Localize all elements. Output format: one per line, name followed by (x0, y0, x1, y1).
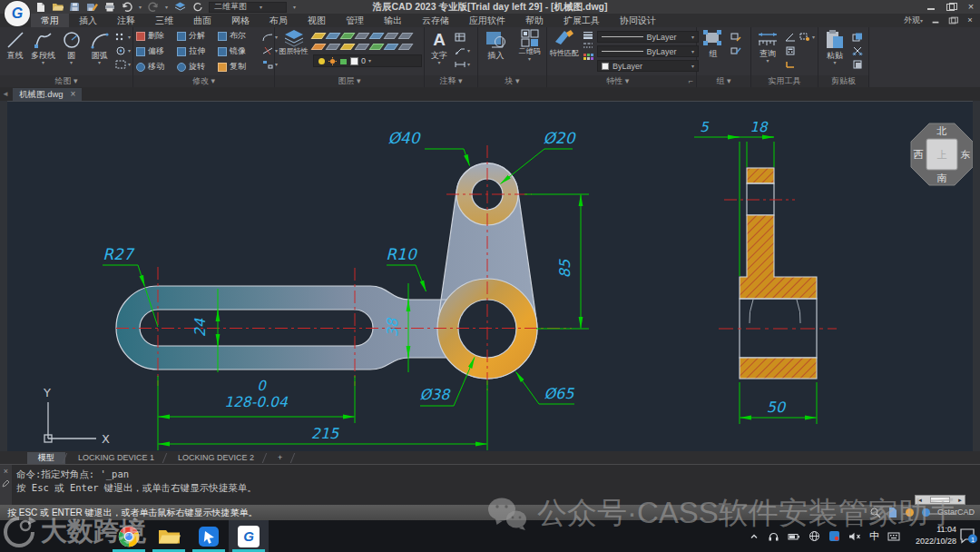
drawing-canvas[interactable]: Ø40 Ø20 R27 R10 85 24 38 0 128-0.04 215 … (7, 101, 973, 451)
restore-button[interactable] (946, 3, 956, 11)
panel-label-layers[interactable]: 图层 ▾ (275, 75, 424, 87)
menu-tab[interactable]: 注释 (107, 14, 145, 27)
refresh-icon[interactable] (192, 2, 202, 12)
command-history[interactable]: 命令:指定对角点: '_pan 按 Esc 或 Enter 键退出，或单击右键显… (16, 468, 971, 495)
undo-icon[interactable] (122, 2, 132, 12)
color-select[interactable]: ByLayer▾ (597, 60, 699, 72)
polyline-button[interactable]: 多段线▾ (31, 28, 55, 65)
layout-tab[interactable]: 模型 (27, 452, 65, 464)
audio-device-icon[interactable] (768, 531, 779, 542)
doc-close-button[interactable]: × (966, 17, 975, 25)
offset-button[interactable]: 偏移 (136, 45, 177, 57)
circle-button[interactable]: 圆▾ (59, 28, 83, 65)
gstarcad-taskbar-icon[interactable]: G (229, 520, 269, 552)
clock[interactable]: 11:04 2022/10/28 (916, 524, 956, 547)
tab-scroll-left-icon[interactable]: ◄ (2, 90, 9, 98)
cut-clip-button[interactable] (852, 44, 863, 56)
paste-button[interactable]: 粘贴▾ (821, 28, 848, 65)
rectangle-tool-button[interactable]: ▾ (115, 58, 131, 70)
linetype-select[interactable]: ByLayer▾ (597, 45, 699, 57)
color-grid-icon[interactable] (583, 53, 593, 61)
layer-select[interactable]: 0 ▾ (313, 54, 422, 67)
keyboard-layout-icon[interactable] (887, 531, 900, 542)
blue-status-icon[interactable] (921, 508, 931, 518)
explorer-taskbar-icon[interactable] (149, 520, 189, 552)
menu-tab[interactable]: 扩展工具 (554, 14, 610, 27)
menu-tab[interactable]: 输出 (374, 14, 412, 27)
horizontal-scrollbar[interactable]: ◄ ► (915, 495, 965, 505)
volume-muted-icon[interactable] (848, 531, 861, 542)
layer-properties-button[interactable]: 图层特性 (278, 28, 309, 56)
scroll-thumb[interactable] (930, 497, 950, 503)
donut-tool-button[interactable]: ▾ (115, 44, 131, 56)
menu-tab[interactable]: 常用 (31, 14, 69, 27)
lineweight-select[interactable]: ByLayer▾ (597, 31, 699, 43)
doc-minimize-button[interactable] (932, 17, 940, 25)
ungroup-button[interactable] (730, 31, 741, 43)
erase-button[interactable]: 删除 (136, 30, 177, 42)
menu-tab[interactable]: 协同设计 (610, 14, 666, 27)
layout-tab[interactable]: + (267, 452, 293, 464)
undo-caret-icon[interactable]: ▾ (139, 5, 142, 10)
open-folder-icon[interactable] (52, 2, 64, 12)
stretch-button[interactable]: 拉伸 (177, 45, 218, 57)
scroll-left-icon[interactable]: ◄ (917, 498, 923, 503)
linetype-list-icon[interactable] (583, 42, 593, 50)
redo-icon[interactable] (148, 2, 159, 12)
zoom-status-icon[interactable] (869, 507, 881, 518)
layer-tools[interactable] (313, 28, 422, 52)
layout-tab[interactable]: LOCKING DEVICE 1 (67, 452, 165, 464)
lineweight-list-icon[interactable] (583, 31, 593, 39)
minimize-button[interactable] (926, 3, 936, 11)
redo-caret-icon[interactable]: ▾ (165, 5, 168, 10)
paste-special-button[interactable] (852, 58, 863, 70)
mirror-button[interactable]: 镜像 (218, 45, 259, 57)
menu-tab[interactable]: 帮助 (515, 14, 554, 27)
group-edit-button[interactable] (730, 44, 741, 56)
menu-tab[interactable]: 插入 (69, 14, 107, 27)
id-point-button[interactable] (785, 58, 796, 70)
view-cube[interactable]: 北 南 西 东 上 (911, 123, 973, 185)
blue-app-taskbar-icon[interactable] (189, 520, 229, 552)
scroll-right-icon[interactable]: ► (957, 498, 963, 503)
network-globe-icon[interactable] (808, 530, 820, 542)
save-icon[interactable] (70, 2, 80, 12)
menu-tab[interactable]: 云存储 (412, 14, 459, 27)
arc-button[interactable]: 圆弧▾ (87, 28, 112, 65)
copy-button[interactable]: 复制 (218, 61, 259, 73)
panel-label-utilities[interactable]: 实用工具 (751, 75, 818, 87)
table-tool-button[interactable] (455, 31, 470, 43)
point-tool-button[interactable]: ▾ (115, 31, 131, 43)
tab-close-icon[interactable]: × (71, 88, 76, 101)
orange-status-icon[interactable] (905, 508, 915, 518)
leader-tool-button[interactable]: ▾ (455, 44, 470, 56)
copy-clip-button[interactable] (852, 31, 863, 43)
calculator-button[interactable] (785, 44, 796, 56)
gstarcad-logo-icon[interactable]: G (5, 1, 30, 26)
workspace-layers-icon[interactable] (174, 2, 186, 12)
insert-block-button[interactable]: 插入 (481, 28, 511, 60)
snip-tool-icon[interactable] (828, 530, 840, 542)
ime-indicator[interactable]: 中 (869, 529, 879, 543)
save-as-icon[interactable] (86, 2, 98, 13)
menu-tab[interactable]: 应用软件 (459, 14, 515, 27)
tray-expand-icon[interactable] (749, 531, 760, 542)
line-button[interactable]: 直线 (3, 28, 27, 60)
notification-center[interactable]: 1 (959, 527, 977, 547)
match-properties-button[interactable]: 特性匹配 (550, 28, 579, 58)
panel-label-block[interactable]: 块 ▾ (478, 75, 546, 87)
measure-button[interactable]: 查询▾ (754, 28, 781, 64)
dimension-tool-button[interactable]: ▾ (455, 58, 470, 70)
quick-select-button[interactable]: ▾ (799, 31, 815, 43)
menu-tab[interactable]: 布局 (260, 14, 298, 27)
group-button[interactable]: 组 (700, 28, 727, 58)
print-icon[interactable] (104, 2, 115, 12)
panel-launcher-icon[interactable]: ⌐ (689, 75, 693, 87)
panel-label-modify[interactable]: 修改 ▾ (133, 75, 274, 87)
appearance-dropdown[interactable]: 外观▾ (904, 15, 923, 26)
layout-tab[interactable]: LOCKING DEVICE 2 (167, 452, 265, 464)
panel-label-annotate[interactable]: 注释 ▾ (425, 75, 477, 87)
explode-button[interactable]: 分解 (177, 30, 218, 42)
new-file-icon[interactable] (36, 2, 45, 13)
menu-tab[interactable]: 管理 (336, 14, 374, 27)
